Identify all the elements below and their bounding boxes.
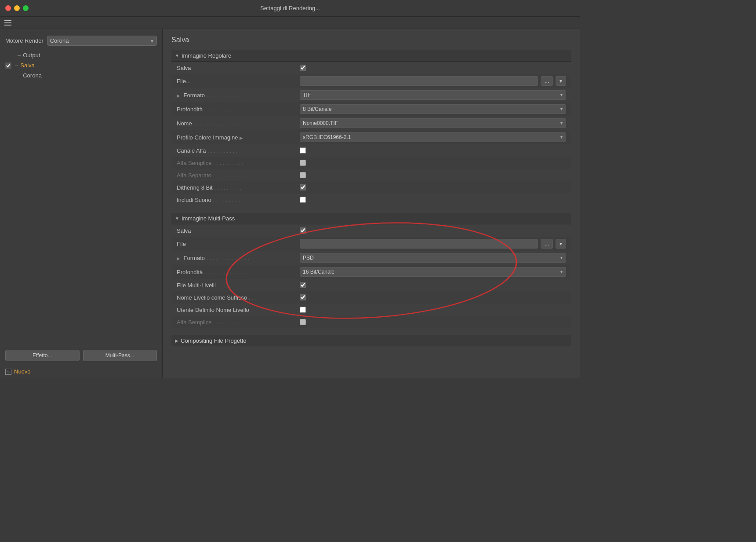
file-dots-button[interactable]: ... — [541, 76, 553, 86]
formato-label: ▶ Formato . . . . . . . . . . . . — [177, 92, 300, 99]
row-mp-nome-livello: Nome Livello come Suffisso . . . — [171, 291, 571, 304]
canale-alfa-label: Canale Alfa . . . . . . . . . . — [177, 147, 300, 154]
sidebar-item-output[interactable]: – Output — [0, 50, 162, 60]
profilo-colore-label: Profilo Colore Immagine ▶ — [177, 134, 300, 141]
dithering-checkbox[interactable] — [300, 184, 306, 190]
canale-alfa-checkbox[interactable] — [300, 147, 306, 154]
section-mp-arrow-icon: ▼ — [175, 216, 179, 221]
file-label: File... — [177, 78, 300, 84]
includi-suono-checkbox[interactable] — [300, 197, 306, 203]
formato-value: TIF JPG PNG EXR — [300, 90, 566, 100]
content-area: Salva ▼ Immagine Regolare Salva File... — [163, 29, 580, 378]
minimize-button[interactable] — [14, 5, 20, 11]
row-profilo-colore: Profilo Colore Immagine ▶ sRGB IEC61966-… — [171, 130, 571, 144]
alfa-separato-checkbox[interactable] — [300, 172, 306, 178]
multi-pass-button[interactable]: Multi-Pass... — [83, 350, 157, 361]
sidebar-item-corona-label: Corona — [23, 72, 42, 79]
mp-nome-livello-checkbox[interactable] — [300, 294, 306, 300]
sidebar-item-output-label: Output — [23, 52, 40, 59]
nuovo-label[interactable]: Nuovo — [14, 368, 31, 375]
maximize-button[interactable] — [23, 5, 29, 11]
row-alfa-semplice: Alfa Semplice . . . . . . . . . . — [171, 157, 571, 169]
section-immagine-multi-pass: ▼ Immagine Multi-Pass Salva File ... — [171, 213, 571, 328]
section-ir-body: Salva File... ... ▼ — [171, 62, 571, 206]
mp-file-multi-value — [300, 282, 566, 288]
new-icon: ⤡ — [5, 369, 11, 375]
profondita-value: 8 Bit/Canale 16 Bit/Canale 32 Bit/Canale — [300, 104, 566, 114]
alfa-semplice-checkbox[interactable] — [300, 160, 306, 166]
mp-salva-label: Salva — [177, 227, 300, 234]
menu-bar — [0, 17, 580, 29]
alfa-semplice-label: Alfa Semplice . . . . . . . . . . — [177, 160, 300, 166]
mp-file-label: File — [177, 241, 300, 247]
mp-formato-select[interactable]: PSD EXR TIF — [300, 253, 566, 263]
section-immagine-regolare: ▼ Immagine Regolare Salva File... ... — [171, 50, 571, 206]
motore-render-label: Motore Render — [5, 37, 44, 44]
row-mp-utente: Utente Definito Nome Livello — [171, 304, 571, 316]
mp-profondita-label: Profondità . . . . . . . . . . . . . — [177, 269, 300, 275]
file-input[interactable] — [300, 76, 538, 86]
mp-salva-checkbox[interactable] — [300, 227, 306, 234]
alfa-semplice-value — [300, 160, 566, 166]
profondita-select[interactable]: 8 Bit/Canale 16 Bit/Canale 32 Bit/Canale — [300, 104, 566, 114]
mp-file-multi-label: File Multi-Livelli . . . . . . . . . — [177, 282, 300, 289]
sidebar-bottom-buttons: Effetto... Multi-Pass... — [0, 346, 162, 365]
row-mp-file-multi: File Multi-Livelli . . . . . . . . . — [171, 279, 571, 291]
includi-suono-label: Includi Suono . . . . . . . . . — [177, 197, 300, 203]
content-title: Salva — [171, 36, 571, 44]
row-mp-file: File ... ▼ — [171, 237, 571, 251]
sidebar: Motore Render Corona Standard Physical –… — [0, 29, 163, 378]
mp-alfa-semplice-label: Alfa Semplice . . . . . . . . . . — [177, 319, 300, 326]
row-file: File... ... ▼ — [171, 74, 571, 88]
mp-profondita-select[interactable]: 8 Bit/Canale 16 Bit/Canale 32 Bit/Canale — [300, 267, 566, 277]
nome-value: Nome0000.TIF — [300, 118, 566, 128]
sidebar-item-corona[interactable]: – Corona — [0, 70, 162, 81]
section-ir-arrow-icon: ▼ — [175, 53, 179, 58]
mp-nome-livello-value — [300, 294, 566, 300]
alfa-separato-value — [300, 172, 566, 178]
close-button[interactable] — [5, 5, 11, 11]
row-formato: ▶ Formato . . . . . . . . . . . . TIF JP… — [171, 88, 571, 102]
dithering-label: Dithering 8 Bit . . . . . . . . . — [177, 184, 300, 191]
mp-utente-label: Utente Definito Nome Livello — [177, 307, 300, 313]
mp-salva-value — [300, 227, 566, 234]
salva-checkbox[interactable] — [300, 65, 306, 71]
mp-utente-checkbox[interactable] — [300, 307, 306, 313]
row-mp-salva-check: Salva — [171, 224, 571, 237]
motore-render-select[interactable]: Corona Standard Physical — [47, 36, 157, 46]
mp-file-input[interactable] — [300, 239, 538, 249]
salva-check-value — [300, 65, 566, 71]
nome-label: Nome . . . . . . . . . . . . . . . — [177, 120, 300, 127]
mp-alfa-semplice-value — [300, 319, 566, 325]
mp-file-multi-checkbox[interactable] — [300, 282, 306, 288]
mp-file-dots-button[interactable]: ... — [541, 239, 553, 249]
sidebar-salva-checkbox[interactable] — [5, 62, 11, 69]
alfa-separato-label: Alfa Separato . . . . . . . . . . — [177, 172, 300, 179]
formato-select[interactable]: TIF JPG PNG EXR — [300, 90, 566, 100]
row-nome: Nome . . . . . . . . . . . . . . . Nome0… — [171, 116, 571, 130]
formato-expand-icon[interactable]: ▶ — [177, 93, 180, 98]
includi-suono-value — [300, 197, 566, 203]
section-compositing-header[interactable]: ▶ Compositing File Progetto — [171, 335, 571, 346]
effetto-button[interactable]: Effetto... — [5, 350, 80, 361]
profondita-label: Profondità . . . . . . . . . . . — [177, 106, 300, 113]
window-title: Settaggi di Rendering... — [260, 5, 320, 11]
mp-alfa-semplice-checkbox[interactable] — [300, 319, 306, 325]
mp-formato-value: PSD EXR TIF — [300, 253, 566, 263]
compositing-title: Compositing File Progetto — [181, 337, 247, 344]
section-mp-header[interactable]: ▼ Immagine Multi-Pass — [171, 213, 571, 224]
sidebar-item-salva-label: Salva — [20, 62, 35, 69]
section-immagine-regolare-header[interactable]: ▼ Immagine Regolare — [171, 50, 571, 62]
hamburger-icon[interactable] — [4, 20, 11, 26]
mp-utente-value — [300, 307, 566, 313]
section-mp-title: Immagine Multi-Pass — [182, 215, 235, 222]
mp-nome-livello-label: Nome Livello come Suffisso . . . — [177, 294, 300, 301]
file-arrow-button[interactable]: ▼ — [556, 76, 566, 86]
file-value: ... ▼ — [300, 76, 566, 86]
sidebar-item-salva[interactable]: – Salva — [0, 60, 162, 70]
section-mp-body: Salva File ... ▼ — [171, 224, 571, 328]
mp-formato-expand-icon[interactable]: ▶ — [177, 256, 180, 261]
profilo-colore-select[interactable]: sRGB IEC61966-2.1 — [300, 132, 566, 142]
nome-select[interactable]: Nome0000.TIF — [300, 118, 566, 128]
mp-file-arrow-button[interactable]: ▼ — [556, 239, 566, 249]
